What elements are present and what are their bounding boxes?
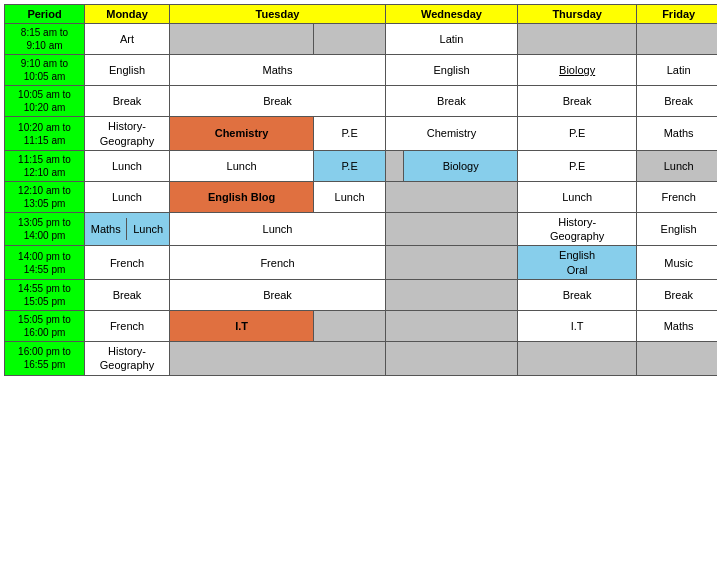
cell: Break — [170, 86, 386, 117]
cell: P.E — [517, 150, 636, 181]
table-row: 11:15 am to12:10 am Lunch Lunch P.E Biol… — [5, 150, 718, 181]
col-header-friday: Friday — [637, 5, 717, 24]
table-row: 13:05 pm to14:00 pm Maths Lunch Lunch Hi… — [5, 212, 718, 246]
table-row: 12:10 am to13:05 pm Lunch English Blog L… — [5, 181, 718, 212]
cell: French — [170, 246, 386, 280]
cell: Break — [386, 86, 518, 117]
cell: Lunch — [314, 181, 386, 212]
period-cell: 9:10 am to10:05 am — [5, 55, 85, 86]
period-cell: 14:00 pm to14:55 pm — [5, 246, 85, 280]
table-row: 10:20 am to11:15 am History-Geography Ch… — [5, 117, 718, 151]
cell: P.E — [517, 117, 636, 151]
cell: Break — [85, 280, 170, 311]
cell — [517, 342, 636, 376]
period-cell: 10:05 am to10:20 am — [5, 86, 85, 117]
cell: English Blog — [170, 181, 314, 212]
table-row: 14:55 pm to15:05 pm Break Break Break Br… — [5, 280, 718, 311]
col-header-wednesday: Wednesday — [386, 5, 518, 24]
cell: Art — [85, 24, 170, 55]
table-row: 10:05 am to10:20 am Break Break Break Br… — [5, 86, 718, 117]
cell: Maths — [637, 311, 717, 342]
cell: History-Geography — [85, 342, 170, 376]
period-cell: 15:05 pm to16:00 pm — [5, 311, 85, 342]
cell: Break — [170, 280, 386, 311]
cell: Break — [637, 280, 717, 311]
table-row: 15:05 pm to16:00 pm French I.T I.T Maths — [5, 311, 718, 342]
table-row: 9:10 am to10:05 am English Maths English… — [5, 55, 718, 86]
cell: Lunch — [517, 181, 636, 212]
cell: Biology — [517, 55, 636, 86]
cell: Music — [637, 246, 717, 280]
cell — [386, 212, 518, 246]
cell: Lunch — [85, 181, 170, 212]
cell: French — [85, 246, 170, 280]
cell: History-Geography — [85, 117, 170, 151]
table-row: 16:00 pm to16:55 pm History-Geography — [5, 342, 718, 376]
cell: Latin — [386, 24, 518, 55]
cell: Break — [85, 86, 170, 117]
cell: Biology — [404, 150, 518, 181]
period-cell: 8:15 am to9:10 am — [5, 24, 85, 55]
cell: Latin — [637, 55, 717, 86]
cell: French — [637, 181, 717, 212]
cell — [386, 181, 518, 212]
cell — [637, 342, 717, 376]
cell: Chemistry — [386, 117, 518, 151]
period-cell: 16:00 pm to16:55 pm — [5, 342, 85, 376]
cell: French — [85, 311, 170, 342]
cell — [637, 24, 717, 55]
table-row: 14:00 pm to14:55 pm French French Englis… — [5, 246, 718, 280]
col-header-thursday: Thursday — [517, 5, 636, 24]
cell: Chemistry — [170, 117, 314, 151]
cell: Break — [517, 280, 636, 311]
cell — [170, 24, 314, 55]
cell — [386, 311, 518, 342]
period-cell: 12:10 am to13:05 pm — [5, 181, 85, 212]
col-header-monday: Monday — [85, 5, 170, 24]
cell: English — [637, 212, 717, 246]
period-cell: 11:15 am to12:10 am — [5, 150, 85, 181]
cell: P.E — [314, 150, 386, 181]
cell: Break — [517, 86, 636, 117]
period-cell: 10:20 am to11:15 am — [5, 117, 85, 151]
cell — [386, 246, 518, 280]
cell — [314, 24, 386, 55]
cell: Maths Lunch — [85, 212, 170, 246]
cell: EnglishOral — [517, 246, 636, 280]
cell: Lunch — [170, 212, 386, 246]
cell — [170, 342, 386, 376]
cell: I.T — [517, 311, 636, 342]
cell — [386, 342, 518, 376]
cell: Break — [637, 86, 717, 117]
period-cell: 14:55 pm to15:05 pm — [5, 280, 85, 311]
period-cell: 13:05 pm to14:00 pm — [5, 212, 85, 246]
cell — [517, 24, 636, 55]
cell: Maths — [637, 117, 717, 151]
cell — [386, 280, 518, 311]
cell: History-Geography — [517, 212, 636, 246]
cell: English — [386, 55, 518, 86]
col-header-period: Period — [5, 5, 85, 24]
cell: I.T — [170, 311, 314, 342]
cell: Maths — [170, 55, 386, 86]
col-header-tuesday: Tuesday — [170, 5, 386, 24]
cell: Lunch — [170, 150, 314, 181]
cell: English — [85, 55, 170, 86]
table-row: 8:15 am to9:10 am Art Latin — [5, 24, 718, 55]
cell: Lunch — [85, 150, 170, 181]
cell — [314, 311, 386, 342]
cell — [386, 150, 404, 181]
cell: Lunch — [637, 150, 717, 181]
cell: P.E — [314, 117, 386, 151]
